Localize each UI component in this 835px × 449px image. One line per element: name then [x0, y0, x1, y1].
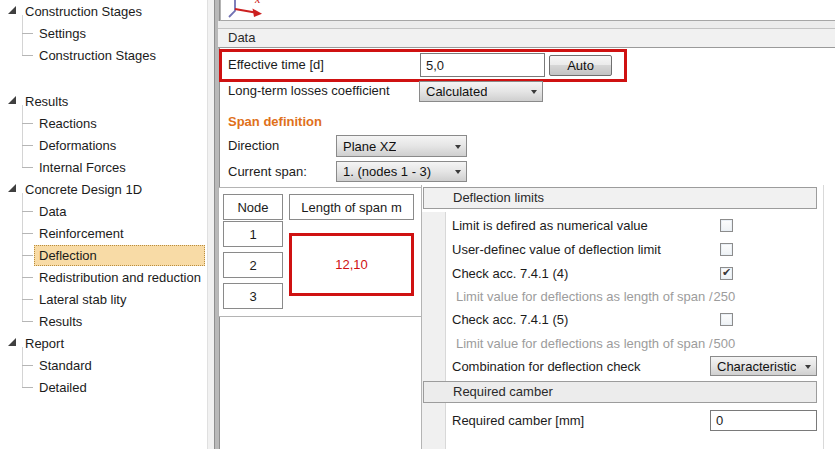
sidebar-section-construction-stages[interactable]: Construction Stages [0, 0, 206, 22]
check-741-5-row: Check acc. 7.4.1 (5) [446, 308, 817, 330]
user-defined-limit-row: User-definec value of deflection limit [446, 238, 817, 260]
span-definition-title: Span definition [228, 114, 322, 129]
sidebar-item-internal-forces[interactable]: Internal Forces [0, 156, 206, 178]
chevron-down-icon [455, 170, 461, 177]
data-section-title: Data [228, 30, 255, 45]
required-camber-input[interactable] [710, 410, 817, 431]
expand-triangle-icon[interactable] [8, 96, 16, 104]
limit-value-span-label: Limit value for deflections as length of… [446, 336, 713, 351]
node-cell-2[interactable]: 2 [223, 252, 283, 278]
application-window: Construction Stages Settings Constructio… [0, 0, 835, 449]
required-camber-header: Required camber [423, 381, 817, 403]
sidebar-item-deformations[interactable]: Deformations [0, 134, 206, 156]
svg-text:x: x [254, 0, 261, 6]
sidebar-item-construction-stages[interactable]: Construction Stages [0, 44, 206, 66]
current-span-value: 1. (nodes 1 - 3) [343, 164, 431, 179]
current-span-dropdown[interactable]: 1. (nodes 1 - 3) [336, 161, 467, 182]
limit-value-500: 500 [713, 336, 736, 351]
sidebar-section-results[interactable]: Results [0, 90, 206, 112]
combination-dropdown[interactable]: Characteristic [710, 356, 817, 376]
sidebar-item-redistribution-and-reduction[interactable]: Redistribution and reduction [0, 266, 206, 288]
sidebar-section-label[interactable]: Construction Stages [25, 4, 142, 19]
limit-value-250: 250 [713, 289, 736, 304]
sidebar-item-deflection[interactable]: Deflection [0, 244, 206, 266]
long-term-losses-dropdown[interactable]: Calculated [419, 81, 543, 102]
chevron-down-icon [805, 365, 811, 372]
auto-button[interactable]: Auto [549, 55, 612, 76]
node-cell-1[interactable]: 1 [223, 221, 283, 247]
expand-triangle-icon[interactable] [8, 338, 16, 346]
check-741-4-label: Check acc. 7.4.1 (4) [446, 266, 710, 281]
node-cell-3[interactable]: 3 [223, 283, 283, 309]
sidebar-section-report[interactable]: Report [0, 332, 206, 354]
limit-numerical-value-row: Limit is defired as numerical value [446, 214, 817, 236]
navigation-tree: Construction Stages Settings Constructio… [0, 0, 206, 449]
sidebar-item-settings[interactable]: Settings [0, 22, 206, 44]
tree-spacer [0, 66, 206, 90]
expand-triangle-icon[interactable] [8, 6, 16, 14]
check-741-4-row: Check acc. 7.4.1 (4) [446, 262, 817, 284]
check-741-5-label: Check acc. 7.4.1 (5) [446, 312, 710, 327]
span-table: Node Length of span m 1 2 3 12,10 [218, 187, 422, 317]
direction-value: Plane XZ [343, 139, 396, 154]
chevron-down-icon [455, 145, 461, 152]
long-term-losses-label: Long-term losses coefficient [228, 81, 390, 101]
long-term-losses-value: Calculated [426, 84, 487, 99]
limit-value-span-250-row: Limit value for deflections as length of… [446, 285, 817, 307]
limit-numerical-value-label: Limit is defired as numerical value [446, 218, 710, 233]
span-length-cell[interactable]: 12,10 [289, 233, 414, 296]
sidebar-item-data[interactable]: Data [0, 200, 206, 222]
direction-dropdown[interactable]: Plane XZ [336, 135, 467, 157]
sidebar-section-label[interactable]: Results [25, 94, 68, 109]
sidebar-section-label[interactable]: Report [25, 336, 64, 351]
panel-left-margin [422, 212, 446, 449]
combination-row: Combination for deflection check Charact… [446, 355, 817, 377]
user-defined-limit-checkbox[interactable] [720, 243, 733, 256]
sidebar-item-standard[interactable]: Standard [0, 354, 206, 376]
node-column-header: Node [223, 194, 283, 220]
required-camber-row: Required camber [mm] [446, 409, 817, 431]
check-741-5-checkbox[interactable] [720, 313, 733, 326]
sidebar-item-results[interactable]: Results [0, 310, 206, 332]
graphics-viewport: x [220, 0, 835, 21]
combination-label: Combination for deflection check [446, 359, 710, 374]
limit-value-span-500-row: Limit value for deflections as length of… [446, 332, 817, 354]
required-camber-label: Required camber [mm] [446, 413, 710, 428]
sidebar-section-concrete-design-1d[interactable]: Concrete Design 1D [0, 178, 206, 200]
sidebar-item-detailed[interactable]: Detailed [0, 376, 206, 398]
deflection-limits-panel: Deflection limits Limit is defired as nu… [421, 185, 824, 449]
sidebar-item-reactions[interactable]: Reactions [0, 112, 206, 134]
user-defined-limit-label: User-definec value of deflection limit [446, 242, 710, 257]
deflection-limits-header: Deflection limits [423, 187, 817, 209]
expand-triangle-icon[interactable] [8, 184, 16, 192]
limit-value-span-label: Limit value for deflections as length of… [446, 289, 713, 304]
direction-label: Direction [228, 136, 279, 156]
chevron-down-icon [531, 90, 537, 97]
sidebar-section-label[interactable]: Concrete Design 1D [25, 182, 142, 197]
length-column-header: Length of span m [289, 194, 414, 220]
check-741-4-checkbox[interactable] [720, 267, 733, 280]
sidebar-item-lateral-stability[interactable]: Lateral stab lity [0, 288, 206, 310]
current-span-label: Current span: [228, 162, 307, 182]
effective-time-input[interactable] [420, 53, 545, 77]
sidebar-item-reinforcement[interactable]: Reinforcement [0, 222, 206, 244]
data-section-header: Data [218, 28, 835, 48]
effective-time-label: Effective time [d] [228, 55, 324, 75]
combination-value: Characteristic [717, 359, 796, 374]
coordinate-axes-icon: x [225, 0, 269, 21]
limit-numerical-value-checkbox[interactable] [720, 219, 733, 232]
panel-gap [218, 21, 835, 28]
